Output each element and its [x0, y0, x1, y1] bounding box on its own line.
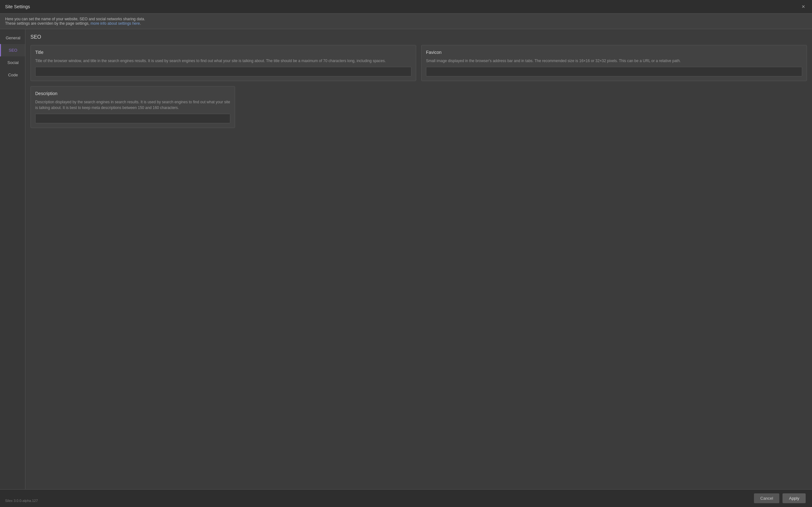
- sidebar-item-general-label: General: [6, 36, 20, 40]
- title-panel-description: Title of the browser window, and title i…: [35, 58, 411, 64]
- cancel-button[interactable]: Cancel: [754, 493, 779, 503]
- dialog-title: Site Settings: [5, 4, 30, 9]
- sidebar-item-seo[interactable]: SEO: [0, 44, 25, 56]
- panels-row-2: Description Description displayed by the…: [31, 86, 807, 128]
- sidebar-item-social-label: Social: [7, 60, 18, 65]
- description-panel-heading: Description: [35, 91, 230, 96]
- title-panel: Title Title of the browser window, and t…: [31, 45, 416, 81]
- description-panel-description: Description displayed by the search engi…: [35, 99, 230, 111]
- dialog-body: General SEO Social Code SEO Title Title …: [0, 29, 812, 489]
- info-line1: Here you can set the name of your websit…: [5, 17, 807, 21]
- description-input[interactable]: [35, 114, 230, 123]
- info-text-line1: Here you can set the name of your websit…: [5, 17, 145, 21]
- info-bar: Here you can set the name of your websit…: [0, 14, 812, 29]
- info-text-line2-after: .: [140, 21, 141, 26]
- sidebar: General SEO Social Code: [0, 29, 26, 489]
- info-text-line2-before: These settings are overriden by the page…: [5, 21, 91, 26]
- favicon-panel-description: Small image displayed in the browser's a…: [426, 58, 802, 64]
- sidebar-item-code[interactable]: Code: [0, 69, 25, 81]
- favicon-panel: Favicon Small image displayed in the bro…: [421, 45, 807, 81]
- info-link[interactable]: more info about settings here: [91, 21, 140, 26]
- close-button[interactable]: ×: [800, 3, 807, 10]
- apply-button[interactable]: Apply: [782, 493, 806, 503]
- version-label: Silex 3.0.0-alpha.127: [5, 499, 38, 503]
- sidebar-item-social[interactable]: Social: [0, 56, 25, 69]
- info-line2: These settings are overriden by the page…: [5, 21, 807, 26]
- title-panel-heading: Title: [35, 50, 411, 55]
- sidebar-item-code-label: Code: [8, 72, 18, 77]
- main-content: SEO Title Title of the browser window, a…: [26, 29, 812, 489]
- site-settings-dialog: Site Settings × Here you can set the nam…: [0, 0, 812, 507]
- panels-row-1: Title Title of the browser window, and t…: [31, 45, 807, 81]
- favicon-input[interactable]: [426, 67, 802, 76]
- title-input[interactable]: [35, 67, 411, 76]
- description-panel: Description Description displayed by the…: [31, 86, 235, 128]
- dialog-footer: Cancel Apply: [0, 489, 812, 507]
- favicon-panel-heading: Favicon: [426, 50, 802, 55]
- dialog-header: Site Settings ×: [0, 0, 812, 14]
- sidebar-item-general[interactable]: General: [0, 32, 25, 44]
- section-heading: SEO: [31, 34, 807, 40]
- sidebar-item-seo-label: SEO: [9, 48, 17, 53]
